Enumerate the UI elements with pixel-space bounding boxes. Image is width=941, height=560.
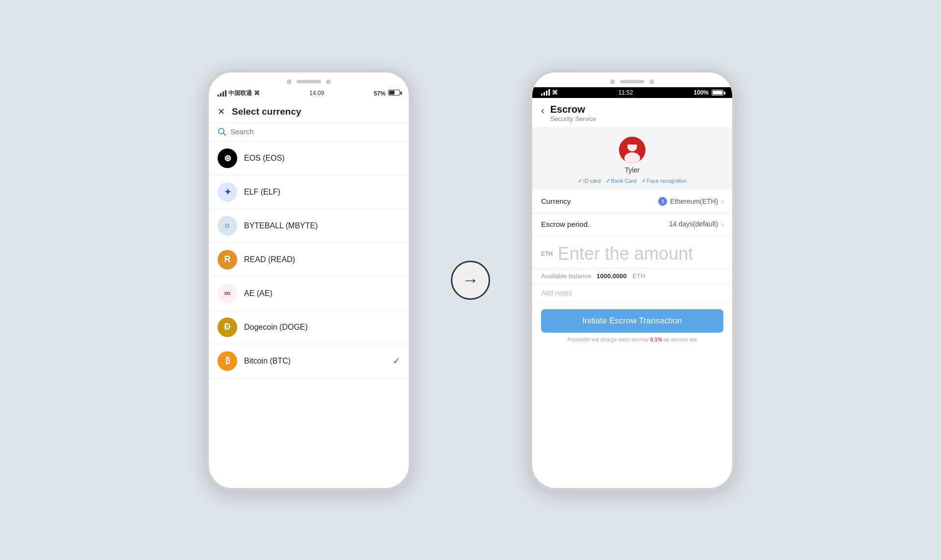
escrow-subtitle: Security Service xyxy=(550,115,596,122)
amount-section[interactable]: ETH Enter the amount xyxy=(532,236,732,268)
currency-row-value: Ξ Ethereum(ETH) › xyxy=(658,197,723,206)
right-status-left: ⌘ xyxy=(541,89,558,96)
front-camera-r2 xyxy=(649,79,654,84)
status-right: 57% xyxy=(374,90,400,97)
eth-logo-icon: Ξ xyxy=(658,197,667,206)
currency-title: Select currency xyxy=(232,106,301,117)
arrow-icon: → xyxy=(462,270,479,290)
coin-name-elf: ELF (ELF) xyxy=(244,188,400,196)
right-status-bar: ⌘ 11:52 100% xyxy=(532,87,732,98)
currency-item-elf[interactable]: ✦ELF (ELF) xyxy=(209,175,409,209)
currency-row[interactable]: Currency Ξ Ethereum(ETH) › xyxy=(532,190,732,213)
currency-header: ✕ Select currency xyxy=(209,99,409,122)
back-button[interactable]: ‹ xyxy=(541,105,545,116)
left-phone-top xyxy=(209,73,409,87)
notes-row[interactable]: Add notes xyxy=(532,284,732,302)
fee-percent: 0.1% xyxy=(650,337,662,342)
badge-face: ✓ Face recognition xyxy=(642,178,687,184)
battery-label-r: 100% xyxy=(693,89,709,96)
fee-suffix: as service fee xyxy=(662,337,697,342)
search-input[interactable] xyxy=(230,127,400,136)
front-camera-2 xyxy=(326,79,331,84)
escrow-period-row[interactable]: Escrow period. 14 days(default) › xyxy=(532,213,732,236)
currency-list: ⊛EOS (EOS)✦ELF (ELF)○BYTEBALL (MBYTE)RRE… xyxy=(209,142,409,488)
front-camera xyxy=(287,79,292,84)
speaker xyxy=(297,80,321,83)
time-label-r: 11:52 xyxy=(619,89,633,96)
period-value-text: 14 days(default) xyxy=(669,220,718,228)
user-name: Tyler xyxy=(625,166,640,174)
signal-bars-icon xyxy=(541,89,550,96)
chevron-right-icon: › xyxy=(721,197,723,205)
left-status-bar: 中国联通 ⌘ 14:09 57% xyxy=(209,87,409,99)
coin-name-dogecoin: Dogecoin (DOGE) xyxy=(244,323,400,332)
amount-placeholder: Enter the amount xyxy=(558,243,693,264)
svg-line-1 xyxy=(223,133,226,135)
initiate-escrow-button[interactable]: Initiate Escrow Transaction xyxy=(541,309,723,333)
speaker-r xyxy=(620,80,644,83)
balance-amount: 1000.0000 xyxy=(596,272,626,280)
status-left: 中国联通 ⌘ xyxy=(218,89,260,97)
user-badges: ✓ ID card ✓ Bank Card ✓ Face recognition xyxy=(578,178,687,184)
escrow-header: ‹ Escrow Security Service xyxy=(532,98,732,128)
left-phone: 中国联通 ⌘ 14:09 57% ✕ Select currency xyxy=(206,70,412,491)
badge-id: ✓ ID card xyxy=(578,178,600,184)
arrow-indicator: → xyxy=(451,261,490,300)
wifi-icon-r: ⌘ xyxy=(552,89,558,96)
wifi-icon: ⌘ xyxy=(254,90,260,97)
currency-item-ae[interactable]: ∞AE (AE) xyxy=(209,277,409,311)
balance-row: Available balance 1000.0000 ETH xyxy=(532,268,732,284)
currency-item-dogecoin[interactable]: ÐDogecoin (DOGE) xyxy=(209,311,409,344)
escrow-screen: ‹ Escrow Security Service Tyler xyxy=(532,98,732,488)
escrow-title-group: Escrow Security Service xyxy=(550,104,596,122)
badge-bank: ✓ Bank Card xyxy=(606,178,637,184)
coin-name-eos: EOS (EOS) xyxy=(244,154,400,163)
right-phone: ⌘ 11:52 100% ‹ Escrow Security Service xyxy=(529,70,735,491)
carrier-label: 中国联通 xyxy=(228,89,252,97)
detail-rows: Currency Ξ Ethereum(ETH) › Escrow period… xyxy=(532,190,732,236)
fee-prefix: PocketIM will charge each escrow xyxy=(568,337,650,342)
currency-item-eos[interactable]: ⊛EOS (EOS) xyxy=(209,142,409,175)
badge-face-label: Face recognition xyxy=(647,178,687,184)
coin-icon-eos: ⊛ xyxy=(218,148,237,168)
scene: 中国联通 ⌘ 14:09 57% ✕ Select currency xyxy=(0,40,941,520)
coin-icon-byteball: ○ xyxy=(218,216,237,236)
search-icon xyxy=(218,127,226,136)
coin-icon-bitcoin: ₿ xyxy=(218,351,237,371)
currency-item-read[interactable]: RREAD (READ) xyxy=(209,243,409,277)
battery-icon: 57% xyxy=(374,90,400,97)
amount-currency-label: ETH xyxy=(541,250,553,257)
coin-icon-read: R xyxy=(218,250,237,269)
currency-item-byteball[interactable]: ○BYTEBALL (MBYTE) xyxy=(209,209,409,243)
period-chevron-icon: › xyxy=(721,220,723,228)
front-camera-r xyxy=(610,79,615,84)
currency-screen: ✕ Select currency ⊛EOS (EOS)✦ELF (ELF)○B… xyxy=(209,99,409,488)
currency-row-label: Currency xyxy=(541,197,571,205)
currency-item-bitcoin[interactable]: ₿Bitcoin (BTC)✓ xyxy=(209,344,409,378)
currency-value-text: Ethereum(ETH) xyxy=(670,197,718,205)
notes-placeholder: Add notes xyxy=(541,289,572,297)
escrow-title: Escrow xyxy=(550,104,596,115)
signal-icon xyxy=(218,90,226,97)
battery-pct: 57% xyxy=(374,90,386,97)
coin-icon-elf: ✦ xyxy=(218,182,237,202)
balance-label: Available balance xyxy=(541,272,591,280)
coin-name-bitcoin: Bitcoin (BTC) xyxy=(244,357,393,365)
coin-name-read: READ (READ) xyxy=(244,255,400,264)
time-label: 14:09 xyxy=(309,90,324,97)
right-status-right: 100% xyxy=(693,89,723,96)
close-button[interactable]: ✕ xyxy=(218,106,225,117)
svg-rect-6 xyxy=(628,143,637,145)
coin-name-byteball: BYTEBALL (MBYTE) xyxy=(244,221,400,230)
fee-note: PocketIM will charge each escrow 0.1% as… xyxy=(532,337,732,346)
coin-name-ae: AE (AE) xyxy=(244,289,400,298)
badge-bank-label: Bank Card xyxy=(611,178,637,184)
search-bar xyxy=(209,122,409,142)
coin-icon-ae: ∞ xyxy=(218,284,237,303)
avatar xyxy=(619,137,645,163)
period-value: 14 days(default) › xyxy=(669,220,723,228)
right-phone-top xyxy=(532,73,732,87)
check-mark-bitcoin: ✓ xyxy=(393,356,400,366)
badge-id-label: ID card xyxy=(583,178,600,184)
user-section: Tyler ✓ ID card ✓ Bank Card ✓ Face recog… xyxy=(532,128,732,190)
